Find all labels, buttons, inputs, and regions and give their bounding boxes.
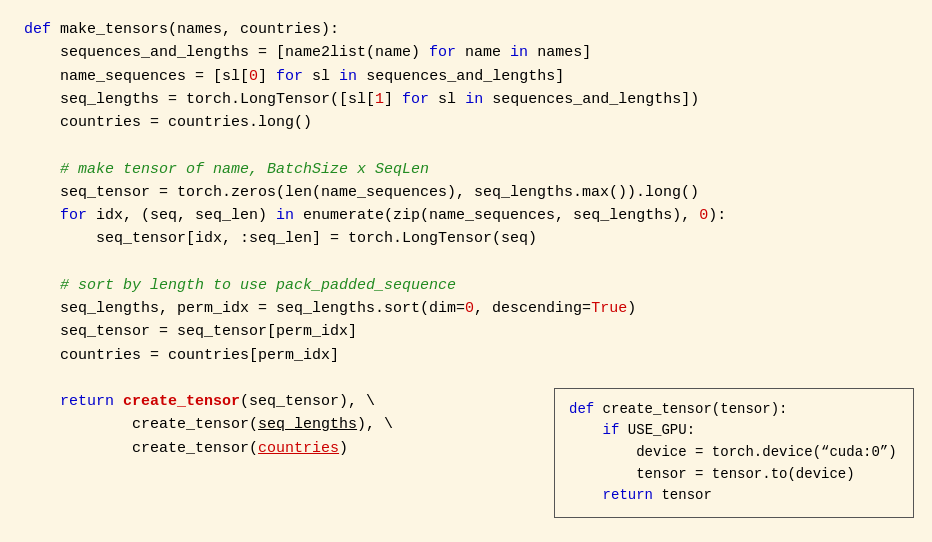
code-line-11 <box>24 251 908 274</box>
code-line-7: # make tensor of name, BatchSize x SeqLe… <box>24 158 908 181</box>
code-text-17b <box>114 393 123 410</box>
code-line-3: name_sequences = [sl[0] for sl in sequen… <box>24 65 908 88</box>
code-text-4a: seq_lengths = torch.LongTensor([sl[ <box>24 91 375 108</box>
code-line-13: seq_lengths, perm_idx = seq_lengths.sort… <box>24 297 908 320</box>
countries-underlined-red: countries <box>258 440 339 457</box>
seq-lengths-underlined: seq_lengths <box>258 416 357 433</box>
popup-line-4: tensor = tensor.to(device) <box>569 464 899 486</box>
code-line-15: countries = countries[perm_idx] <box>24 344 908 367</box>
keyword-in-9: in <box>276 207 294 224</box>
code-text-2b: name <box>456 44 510 61</box>
code-text-17c: (seq_tensor), \ <box>240 393 375 410</box>
code-text-3b: ] <box>258 68 276 85</box>
keyword-def-1: def <box>24 21 60 38</box>
code-text-15: countries = countries[perm_idx] <box>24 347 339 364</box>
code-line-6 <box>24 134 908 157</box>
comment-12: # sort by length to use pack_padded_sequ… <box>24 277 456 294</box>
popup-device-line: device = torch.device(“cuda:0”) <box>569 444 897 460</box>
code-text-13a: seq_lengths, perm_idx = seq_lengths.sort… <box>24 300 465 317</box>
code-text-2a: sequences_and_lengths = [name2list(name) <box>24 44 429 61</box>
code-text-2c: names] <box>528 44 591 61</box>
popup-line-2: if USE_GPU: <box>569 420 899 442</box>
code-text-8: seq_tensor = torch.zeros(len(name_sequen… <box>24 184 699 201</box>
popup-tensor-to: tensor = tensor.to(device) <box>569 466 855 482</box>
code-text-3c: sl <box>303 68 339 85</box>
popup-line-3: device = torch.device(“cuda:0”) <box>569 442 899 464</box>
popup-line-1: def create_tensor(tensor): <box>569 399 899 421</box>
keyword-for-9: for <box>60 207 87 224</box>
code-text-5: countries = countries.long() <box>24 114 312 131</box>
code-text-9a <box>24 207 60 224</box>
code-text-18a: create_tensor( <box>24 416 258 433</box>
comment-7: # make tensor of name, BatchSize x SeqLe… <box>24 161 429 178</box>
popup-use-gpu: USE_GPU: <box>619 422 695 438</box>
keyword-for-4: for <box>402 91 429 108</box>
code-text-10: seq_tensor[idx, :seq_len] = torch.LongTe… <box>24 230 537 247</box>
number-0-9: 0 <box>699 207 708 224</box>
code-line-14: seq_tensor = seq_tensor[perm_idx] <box>24 320 908 343</box>
code-text-13c: ) <box>627 300 636 317</box>
code-text-4d: sequences_and_lengths]) <box>483 91 699 108</box>
code-text-4b: ] <box>384 91 402 108</box>
code-line-5: countries = countries.long() <box>24 111 908 134</box>
popup-params: (tensor): <box>712 401 788 417</box>
keyword-true-13: True <box>591 300 627 317</box>
number-0-13: 0 <box>465 300 474 317</box>
code-text-14: seq_tensor = seq_tensor[perm_idx] <box>24 323 357 340</box>
code-text-13b: , descending= <box>474 300 591 317</box>
keyword-in-3: in <box>339 68 357 85</box>
code-text-19b: ) <box>339 440 348 457</box>
code-text-3a: name_sequences = [sl[ <box>24 68 249 85</box>
code-text-4c: sl <box>429 91 465 108</box>
keyword-for-3: for <box>276 68 303 85</box>
code-line-2: sequences_and_lengths = [name2list(name)… <box>24 41 908 64</box>
keyword-in-4: in <box>465 91 483 108</box>
code-text-9d: ): <box>708 207 726 224</box>
params-1: (names, countries): <box>168 21 339 38</box>
code-text-9b: idx, (seq, seq_len) <box>87 207 276 224</box>
popup-kw-return: return <box>603 487 653 503</box>
code-line-4: seq_lengths = torch.LongTensor([sl[1] fo… <box>24 88 908 111</box>
popup-func-name: create_tensor <box>603 401 712 417</box>
code-text-3d: sequences_and_lengths] <box>357 68 564 85</box>
keyword-in-2: in <box>510 44 528 61</box>
popup-indent-5 <box>569 487 603 503</box>
keyword-return-17: return <box>60 393 114 410</box>
code-line-16 <box>24 367 908 390</box>
number-0-3: 0 <box>249 68 258 85</box>
popup-kw-def: def <box>569 401 603 417</box>
keyword-for-2: for <box>429 44 456 61</box>
code-line-9: for idx, (seq, seq_len) in enumerate(zip… <box>24 204 908 227</box>
code-text-19a: create_tensor( <box>24 440 258 457</box>
code-line-8: seq_tensor = torch.zeros(len(name_sequen… <box>24 181 908 204</box>
code-text-9c: enumerate(zip(name_sequences, seq_length… <box>294 207 699 224</box>
popup-indent-2 <box>569 422 603 438</box>
popup-line-5: return tensor <box>569 485 899 507</box>
func-name-1: make_tensors <box>60 21 168 38</box>
number-1-4: 1 <box>375 91 384 108</box>
code-container: def make_tensors(names, countries): sequ… <box>0 0 932 542</box>
code-line-1: def make_tensors(names, countries): <box>24 18 908 41</box>
code-line-10: seq_tensor[idx, :seq_len] = torch.LongTe… <box>24 227 908 250</box>
popup-kw-if: if <box>603 422 620 438</box>
func-create-tensor-17: create_tensor <box>123 393 240 410</box>
code-line-12: # sort by length to use pack_padded_sequ… <box>24 274 908 297</box>
code-text-17a <box>24 393 60 410</box>
code-text-18b: ), \ <box>357 416 393 433</box>
popup-create-tensor: def create_tensor(tensor): if USE_GPU: d… <box>554 388 914 518</box>
popup-return-tensor: tensor <box>653 487 712 503</box>
